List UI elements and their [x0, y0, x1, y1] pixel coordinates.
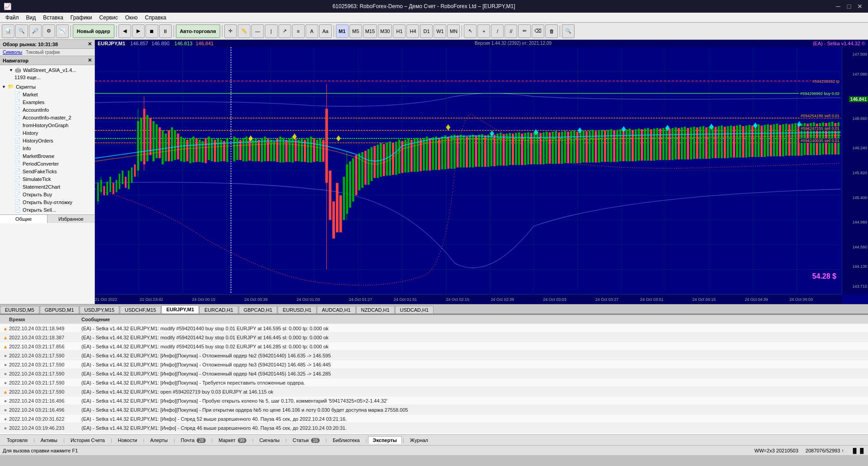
btab-mail[interactable]: Почта 28 — [176, 436, 211, 444]
btab-alerts[interactable]: Алерты — [145, 436, 173, 444]
tb-arrow[interactable]: ↗ — [278, 24, 291, 38]
tb-vline[interactable]: | — [265, 24, 278, 38]
btab-news[interactable]: Новости — [113, 436, 142, 444]
log-row[interactable]: ●2022.10.24 03:19:46.233(EA) - Setka v1.… — [0, 423, 868, 433]
sym-tab-usdcadh1[interactable]: USDCAD,H1 — [395, 306, 434, 314]
market-watch-symbols-tab[interactable]: Символы — [3, 50, 22, 55]
tb-hline[interactable]: — — [251, 24, 264, 38]
market-watch-close[interactable]: ✕ — [88, 41, 92, 47]
log-row[interactable]: ●2022.10.24 03:20:31.622(EA) - Setka v1.… — [0, 414, 868, 423]
menu-insert[interactable]: Вставка — [39, 14, 67, 22]
btab-history[interactable]: История Счета — [66, 436, 110, 444]
log-row[interactable]: ●2022.10.24 03:21:17.590(EA) - Setka v1.… — [0, 351, 868, 360]
log-table[interactable]: Время Сообщение ▲2022.10.24 03:21:18.949… — [0, 315, 868, 434]
tb-delete[interactable]: 🗑 — [545, 24, 558, 38]
btab-market[interactable]: Маркет 99 — [213, 436, 251, 444]
auto-trade-button[interactable]: Авто-торговля — [176, 24, 220, 38]
sym-tab-audcadh1[interactable]: AUDCAD,H1 — [317, 306, 356, 314]
sym-tab-usdjpym15[interactable]: USDJPY,M15 — [80, 306, 119, 314]
menu-view[interactable]: Вид — [23, 14, 40, 22]
tf-m5[interactable]: M5 — [349, 24, 362, 38]
close-button[interactable]: ✕ — [855, 2, 864, 10]
btab-assets[interactable]: Активы — [36, 436, 62, 444]
log-row[interactable]: ●2022.10.24 03:21:17.590(EA) - Setka v1.… — [0, 360, 868, 369]
nav-simulate-tick[interactable]: 📄 SimulateTick — [0, 175, 94, 183]
nav-tab-favorites[interactable]: Избранное — [47, 215, 94, 223]
sym-tab-usdchfm15[interactable]: USDCHF,M15 — [120, 306, 161, 314]
menu-charts[interactable]: Графики — [67, 14, 96, 22]
chart-canvas[interactable]: 147.500 147.080 146.841 146.660 146.240 … — [95, 47, 868, 294]
nav-period-converter[interactable]: 📄 PeriodConverter — [0, 160, 94, 167]
nav-examples[interactable]: 📄 Examples — [0, 98, 94, 106]
log-row[interactable]: ●2022.10.24 03:21:17.590(EA) - Setka v1.… — [0, 369, 868, 378]
nav-marketbrowse[interactable]: 📄 MarketBrowse — [0, 152, 94, 160]
nav-tab-general[interactable]: Общие — [0, 215, 47, 223]
tb-plus[interactable]: + — [477, 24, 490, 38]
tb-zoom-out[interactable]: 🔎 — [29, 24, 42, 38]
tf-d1[interactable]: D1 — [420, 24, 433, 38]
tb-pen[interactable]: ✏ — [518, 24, 531, 38]
menu-service[interactable]: Сервис — [96, 14, 122, 22]
sym-tab-eurusdm5[interactable]: EURUSD,M5 — [0, 306, 39, 314]
log-row[interactable]: ▲2022.10.24 03:21:17.856(EA) - Setka v1.… — [0, 342, 868, 351]
nav-send-fake-ticks[interactable]: 📄 SendFakeTicks — [0, 167, 94, 175]
nav-info[interactable]: 📄 Info — [0, 144, 94, 152]
nav-accountinfo-master[interactable]: 📄 AccountInfo-master_2 — [0, 114, 94, 121]
market-watch-ticker-tab[interactable]: Тиковый график — [26, 50, 60, 55]
tb-sell[interactable]: ▶ — [132, 24, 145, 38]
sym-tab-nzdcadh1[interactable]: NZDCAD,H1 — [356, 306, 395, 314]
tb-buy[interactable]: ◀ — [118, 24, 131, 38]
tf-h1[interactable]: H1 — [393, 24, 406, 38]
tb-channel[interactable]: // — [505, 24, 517, 38]
nav-scripts-header[interactable]: ▼ 📁 Скрипты — [0, 83, 94, 90]
btab-experts[interactable]: Эксперты — [368, 436, 402, 444]
restore-button[interactable]: □ — [844, 2, 854, 10]
nav-history[interactable]: 📄 History — [0, 129, 94, 137]
btab-library[interactable]: Библиотека — [328, 436, 365, 444]
tb-label[interactable]: Aa — [319, 24, 332, 38]
sym-tab-eurusdh1[interactable]: EURUSD,H1 — [278, 306, 316, 314]
tb-fib[interactable]: ≡ — [292, 24, 305, 38]
nav-accountinfo[interactable]: 📄 AccountInfo — [0, 106, 94, 114]
sym-tab-eurcadh1[interactable]: EURCAD,H1 — [199, 306, 238, 314]
tb-new-chart[interactable]: 📊 — [2, 24, 14, 38]
log-row[interactable]: ▲2022.10.24 03:21:18.387(EA) - Setka v1.… — [0, 333, 868, 342]
nav-open-buy[interactable]: 📄 Открыть Buy — [0, 190, 94, 198]
btab-journal[interactable]: Журнал — [405, 436, 433, 444]
nav-from-history[interactable]: 📄 fromHistoryOnGraph — [0, 121, 94, 129]
btab-trade[interactable]: Торговля — [2, 436, 33, 444]
log-row[interactable]: ▲2022.10.24 03:21:18.949(EA) - Setka v1.… — [0, 324, 868, 333]
menu-window[interactable]: Окно — [122, 14, 142, 22]
menu-file[interactable]: Файл — [2, 14, 23, 22]
tf-m30[interactable]: M30 — [378, 24, 392, 38]
nav-history-orders[interactable]: 📄 HistoryOrders — [0, 137, 94, 144]
log-row[interactable]: ●2022.10.24 03:21:17.590(EA) - Setka v1.… — [0, 378, 868, 387]
tb-line[interactable]: 📏 — [238, 24, 250, 38]
log-row[interactable]: ●2022.10.24 03:21:16.496(EA) - Setka v1.… — [0, 396, 868, 405]
tb-pause[interactable]: ⏸ — [159, 24, 172, 38]
nav-open-buy-delayed[interactable]: 📄 Открыть Buy-отложку — [0, 198, 94, 206]
sym-tab-eurjpym1[interactable]: EURJPY,M1 — [161, 305, 199, 314]
nav-market[interactable]: 📄 Market — [0, 90, 94, 98]
tf-mn[interactable]: MN — [447, 24, 460, 38]
tf-w1[interactable]: W1 — [434, 24, 446, 38]
tb-crosshair[interactable]: ✛ — [224, 24, 237, 38]
tb-cursor[interactable]: ↖ — [464, 24, 476, 38]
tb-eraser[interactable]: ⌫ — [532, 24, 544, 38]
tb-text[interactable]: A — [306, 24, 318, 38]
sym-tab-gbpcadh1[interactable]: GBPCAD,H1 — [239, 306, 278, 314]
menu-help[interactable]: Справка — [142, 14, 170, 22]
log-row[interactable]: ▲2022.10.24 03:21:17.590(EA) - Setka v1.… — [0, 387, 868, 396]
tb-stop[interactable]: ⏹ — [146, 24, 158, 38]
navigator-close[interactable]: ✕ — [88, 57, 92, 63]
minimize-button[interactable]: ─ — [834, 2, 843, 10]
nav-more[interactable]: 1193 еще... — [0, 74, 94, 81]
tb-search[interactable]: 🔍 — [562, 24, 575, 38]
tb-draw-line[interactable]: / — [491, 24, 504, 38]
tb-properties[interactable]: ⚙ — [42, 24, 55, 38]
log-row[interactable]: ●2022.10.24 03:21:16.496(EA) - Setka v1.… — [0, 405, 868, 414]
new-order-button[interactable]: Новый ордер — [73, 24, 114, 38]
tf-h4[interactable]: H4 — [406, 24, 419, 38]
tb-indicators[interactable]: 📉 — [56, 24, 69, 38]
nav-wallstreet[interactable]: ▼ 🤖 WallStreet_ASIA_v1.4... — [0, 66, 94, 74]
